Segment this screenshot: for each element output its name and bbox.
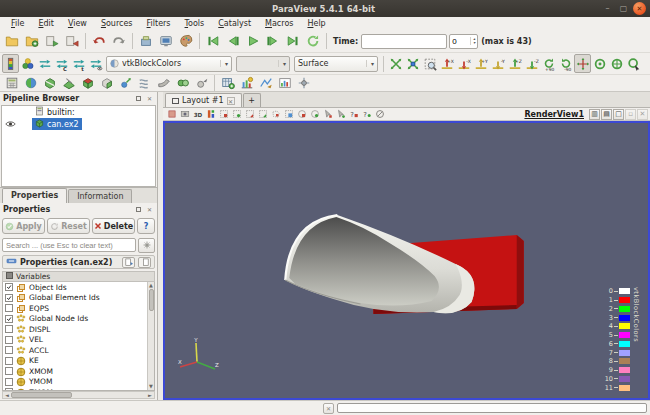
checkbox[interactable] [5,388,13,391]
menu-tools[interactable]: Tools [178,17,212,30]
save-state-icon[interactable] [62,31,82,51]
checkbox[interactable] [5,294,13,302]
tab-layout-1[interactable]: Layout #1 ✕ [165,93,242,107]
paste-properties-button[interactable] [138,257,151,268]
group-datasets-icon[interactable] [173,75,192,91]
variable-row[interactable]: ZMOM [3,387,154,391]
rescale-to-data-icon[interactable] [36,54,53,73]
maximize-button[interactable]: ▢ [617,2,630,15]
show-center-axes-icon[interactable] [574,54,591,73]
select-frustum-cells-icon[interactable] [243,108,256,120]
menu-view[interactable]: View [61,17,94,30]
choose-color-palette-icon[interactable] [19,54,36,73]
menu-edit[interactable]: Edit [31,17,61,30]
auto-apply-icon[interactable] [136,31,156,51]
new-layout-tab[interactable]: + [243,93,261,107]
search-options-button[interactable] [138,238,155,253]
adjust-color-legend-icon[interactable] [204,108,217,120]
dock-float-button[interactable] [134,94,143,103]
rescale-to-custom-icon[interactable]: C [53,54,70,73]
color-legend[interactable]: 01234567891011 vtkBlockColors [600,287,640,392]
checkbox[interactable] [5,357,13,365]
tab-properties[interactable]: Properties [2,188,67,203]
dock-close-button[interactable]: ✕ [145,205,154,214]
help-button[interactable]: ? [137,218,155,234]
hover-cells-icon[interactable]: ? [347,108,360,120]
loop-icon[interactable] [303,31,323,51]
open-icon[interactable] [2,31,22,51]
select-frustum-points-icon[interactable] [256,108,269,120]
view-minus-z-icon[interactable]: -Z [523,54,540,73]
select-points-surface-icon[interactable] [308,108,321,120]
rescale-to-temporal-icon[interactable]: t [70,54,87,73]
view-plus-z-icon[interactable]: +Z [506,54,523,73]
view-plus-y-icon[interactable]: +Y [472,54,489,73]
reset-button[interactable]: Reset [47,218,90,234]
menu-macros[interactable]: Macros [258,17,300,30]
zoom-to-data-icon[interactable] [404,54,421,73]
calculator-icon[interactable] [2,75,21,91]
maximize-icon[interactable]: □ [613,109,624,120]
checkbox[interactable] [5,304,13,312]
collapse-icon[interactable] [6,257,17,267]
adjust-camera-icon[interactable] [625,54,642,73]
menu-sources[interactable]: Sources [94,17,140,30]
color-palette-icon[interactable] [176,31,196,51]
spinbox-arrows-icon[interactable]: ▴▾ [470,37,477,45]
copy-properties-button[interactable] [122,257,135,268]
close-tab-icon[interactable]: ✕ [227,97,235,105]
checkbox[interactable] [5,336,13,344]
screenshot-icon[interactable] [156,31,176,51]
extract-level-icon[interactable] [192,75,211,91]
zoom-to-box-icon[interactable] [421,54,438,73]
open-advanced-icon[interactable] [22,31,42,51]
representation-combobox[interactable]: Surface ▾ [294,56,378,72]
dock-close-button[interactable]: ✕ [145,94,154,103]
split-horizontal-icon[interactable]: ▥ [589,109,600,120]
checkbox[interactable] [5,315,13,323]
interactive-select-points-icon[interactable] [334,108,347,120]
clip-icon[interactable] [40,75,59,91]
pipeline-row-builtin[interactable]: builtin: [2,106,155,118]
horizontal-scrollbar[interactable]: ◄ ► [2,391,155,399]
select-block-icon[interactable] [282,108,295,120]
warp-vector-icon[interactable] [154,75,173,91]
spreadsheet-view-icon[interactable] [218,75,237,91]
properties-section-header[interactable]: Properties (can.ex2) [2,255,155,269]
menu-catalyst[interactable]: Catalyst [211,17,258,30]
rescale-to-visible-icon[interactable] [87,54,104,73]
scrollbar-thumb[interactable] [11,392,72,398]
threshold-icon[interactable] [78,75,97,91]
pick-center-icon[interactable] [591,54,608,73]
render-view[interactable]: 01234567891011 vtkBlockColors Y X Z [163,121,650,400]
rotate-90-cw-icon[interactable]: +90 [540,54,557,73]
color-by-combobox[interactable]: vtkBlockColors ▾ [106,56,232,72]
slice-icon[interactable] [59,75,78,91]
close-button[interactable]: ✕ [633,2,646,15]
menu-filters[interactable]: Filters [140,17,178,30]
previous-frame-icon[interactable] [223,31,243,51]
contour-icon[interactable] [21,75,40,91]
toggle-interaction-mode-icon[interactable]: 3D [191,108,204,120]
delete-button[interactable]: Delete [92,218,135,234]
time-step-value[interactable] [450,37,470,46]
menu-file[interactable]: File [4,17,31,30]
stream-tracer-icon[interactable] [135,75,154,91]
scroll-right-icon[interactable]: ► [146,392,154,398]
undock-icon[interactable]: ▫ [625,109,636,120]
abort-progress-button[interactable]: ✕ [323,403,334,414]
play-icon[interactable] [243,31,263,51]
redo-icon[interactable] [109,31,129,51]
time-step-spinbox[interactable]: ▴▾ [449,34,478,49]
checkbox[interactable] [5,346,13,354]
split-vertical-icon[interactable]: ▤ [601,109,612,120]
edit-color-map-icon[interactable] [2,54,19,73]
checkbox[interactable] [5,283,13,291]
scrollbar-thumb[interactable] [149,289,154,311]
render-view-name[interactable]: RenderView1 [524,110,584,119]
select-polygon-cells-icon[interactable] [269,108,282,120]
select-points-rect-icon[interactable] [230,108,243,120]
reset-center-icon[interactable] [608,54,625,73]
apply-button[interactable]: Apply [2,218,45,234]
checkbox[interactable] [5,367,13,375]
